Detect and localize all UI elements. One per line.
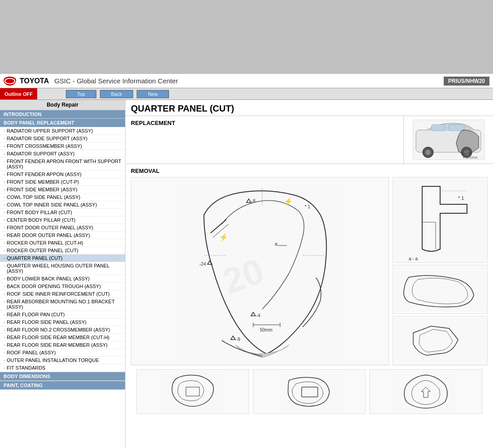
svg-text:* 1: * 1: [305, 204, 311, 209]
sidebar-section-paint-coating[interactable]: PAINT, COATING: [0, 381, 125, 390]
outline-button[interactable]: Outline OFF: [0, 88, 37, 99]
sidebar: Body Repair INTRODUCTION BODY PANEL REPL…: [0, 100, 125, 448]
svg-text:⚡: ⚡: [284, 197, 293, 206]
toyota-logo-icon: [4, 77, 16, 86]
sidebar-item-front-door-outer[interactable]: ·FRONT DOOR OUTER PANEL (ASSY): [0, 224, 125, 232]
bottom-diagram-1: [136, 369, 249, 414]
side-diagram-lower-top: [393, 265, 488, 314]
sidebar-item-outer-panel-torque[interactable]: ·OUTER PANEL INSTALLATION TORQUE: [0, 357, 125, 364]
page-title: QUARTER PANEL (CUT): [131, 103, 488, 114]
sidebar-item-front-fender-appon[interactable]: ·FRONT FENDER APPON (ASSY): [0, 171, 125, 178]
sidebar-item-front-side-member-assy[interactable]: ·FRONT SIDE MEMBER (ASSY): [0, 186, 125, 194]
gsic-title: GSIC - Global Service Information Center: [54, 77, 178, 85]
sidebar-item-rear-floor-no2[interactable]: ·REAR FLOOR NO.2 CROSSMEMBER (ASSY): [0, 326, 125, 334]
sidebar-item-cowl-top-inner[interactable]: ·COWL TOP INNER SIDE PANEL (ASSY): [0, 201, 125, 209]
side-diagram-lower-top-svg: [395, 268, 485, 311]
content-area: Body Repair INTRODUCTION BODY PANEL REPL…: [0, 100, 493, 448]
logo-oval: [4, 78, 15, 84]
side-diagram-lower-bottom: [393, 316, 488, 365]
diagram-area: -8 -24 -4: [131, 177, 488, 365]
sidebar-item-rear-floor-side[interactable]: ·REAR FLOOR SIDE PANEL (ASSY): [0, 319, 125, 326]
bottom-diagram-2: [253, 369, 366, 414]
sidebar-item-roof-panel[interactable]: ·ROOF PANEL (ASSY): [0, 349, 125, 357]
sidebar-section-introduction[interactable]: INTRODUCTION: [0, 110, 125, 119]
main-content: QUARTER PANEL (CUT) REPLACEMENT: [125, 100, 493, 448]
sidebar-item-radiator-upper[interactable]: ·RADIATOR UPPER SUPPORT (ASSY): [0, 127, 125, 135]
thumbnail-fig-label: F16166A: [463, 155, 478, 159]
car-thumbnail-svg: F16166A: [414, 121, 483, 159]
replacement-left: REPLACEMENT: [125, 116, 403, 164]
main-diagram-svg: -8 -24 -4: [177, 179, 343, 363]
main-diagram: -8 -24 -4: [131, 177, 389, 365]
sidebar-item-rear-floor-side-rear-cut[interactable]: ·REAR FLOOR SIDE REAR MEMBER (CUT-H): [0, 334, 125, 341]
replacement-right: F16166A: [403, 116, 493, 164]
sidebar-item-front-fender-apron[interactable]: ·FRONT FENDER APRON FRONT WITH SUPPORT (…: [0, 158, 125, 171]
svg-text:⚡: ⚡: [219, 233, 228, 241]
side-diagrams: * 1 a - a: [389, 177, 488, 365]
car-thumbnail: F16166A: [413, 120, 484, 160]
side-diagram-upper-svg: * 1 a - a: [395, 177, 485, 263]
bottom-diagram-2-svg: [280, 371, 338, 412]
top-button[interactable]: Top: [66, 90, 96, 98]
svg-rect-2: [449, 125, 464, 131]
new-button[interactable]: New: [137, 90, 169, 98]
sidebar-title: Body Repair: [0, 100, 125, 110]
sidebar-item-front-body-pillar[interactable]: ·FRONT BODY PILLAR (CUT): [0, 209, 125, 216]
svg-text:50mm: 50mm: [260, 327, 272, 332]
sidebar-item-radiator-side[interactable]: ·RADIATOR SIDE SUPPORT (ASSY): [0, 135, 125, 142]
svg-text:a: a: [275, 241, 278, 246]
side-diagram-upper: * 1 a - a: [393, 177, 488, 263]
bottom-diagrams: [131, 365, 488, 418]
sidebar-section-body-dimensions[interactable]: BODY DIMENSIONS: [0, 372, 125, 381]
removal-label: REMOVAL: [131, 168, 488, 174]
svg-rect-36: [395, 319, 485, 362]
sidebar-item-rear-absorber[interactable]: ·REAR ABSORBER MOUNTING NO.1 BRACKET (AS…: [0, 298, 125, 311]
bottom-diagram-3: [369, 369, 482, 414]
sidebar-item-rear-floor-side-rear-assy[interactable]: ·REAR FLOOR SIDE REAR MEMBER (ASSY): [0, 341, 125, 349]
removal-section: REMOVAL: [125, 164, 493, 421]
model-badge: PRIUS/NHW20: [444, 77, 489, 86]
sidebar-item-rear-floor-pan[interactable]: ·REAR FLOOR PAN (CUT): [0, 311, 125, 319]
sidebar-item-rear-door-outer[interactable]: ·REAR DOOR OUTER PANEL (ASSY): [0, 232, 125, 239]
svg-text:a - a: a - a: [409, 256, 418, 261]
svg-point-4: [425, 150, 431, 155]
sidebar-nav: INTRODUCTION BODY PANEL REPLACEMENT ·RAD…: [0, 110, 125, 448]
bottom-diagram-1-svg: [164, 371, 222, 412]
sidebar-item-roof-side-inner[interactable]: ·ROOF SIDE INNER REINFORCEMENT (CUT): [0, 290, 125, 298]
bottom-diagram-3-svg: [397, 371, 455, 412]
back-button[interactable]: Back: [100, 90, 133, 98]
sidebar-item-rocker-outer-cut-h[interactable]: ·ROCKER OUTER PANEL (CUT-H): [0, 239, 125, 247]
sidebar-item-fit-standards[interactable]: ·FIT STANDARDS: [0, 364, 125, 372]
sidebar-section-body-panel[interactable]: BODY PANEL REPLACEMENT: [0, 119, 125, 127]
replacement-label: REPLACEMENT: [131, 120, 398, 126]
sidebar-item-quarter-panel[interactable]: ·QUARTER PANEL (CUT): [0, 254, 125, 262]
svg-text:* 1: * 1: [458, 195, 464, 201]
sidebar-item-back-door-opening[interactable]: ·BACK DOOR OPENING TROUGH (ASSY): [0, 283, 125, 290]
replacement-section: REPLACEMENT: [125, 116, 493, 164]
svg-text:-8: -8: [251, 198, 255, 203]
sidebar-item-front-side-member-cut[interactable]: ·FRONT SIDE MEMBER (CUT-P): [0, 178, 125, 186]
svg-text:-9: -9: [236, 337, 240, 342]
toyota-logo: TOYOTA: [4, 77, 49, 86]
sidebar-item-cowl-top-side[interactable]: ·COWL TOP SIDE PANEL (ASSY): [0, 194, 125, 201]
nav-bar: Outline OFF Top Back New: [0, 88, 493, 100]
sidebar-item-radiator-support[interactable]: ·RADIATOR SUPPORT (ASSY): [0, 150, 125, 158]
sidebar-item-body-lower-back[interactable]: ·BODY LOWER BACK PANEL (ASSY): [0, 275, 125, 283]
sidebar-item-rocker-outer-cut[interactable]: ·ROCKER OUTER PANEL (CUT): [0, 247, 125, 254]
svg-rect-1: [432, 125, 445, 131]
side-diagram-lower-bottom-svg: [395, 319, 485, 362]
sidebar-item-center-body-pillar[interactable]: ·CENTER BODY PILLAR (CUT): [0, 216, 125, 224]
svg-rect-40: [397, 371, 455, 412]
sidebar-item-front-crossmember[interactable]: ·FRONT CROSSMEMBER (ASSY): [0, 142, 125, 150]
sidebar-item-quarter-wheel-housing[interactable]: ·QUARTER WHEEL HOUSING OUTER PANEL (ASSY…: [0, 262, 125, 275]
header: TOYOTA GSIC - Global Service Information…: [0, 74, 493, 88]
page-title-bar: QUARTER PANEL (CUT): [125, 100, 493, 116]
svg-text:-4: -4: [256, 313, 260, 318]
toyota-text: TOYOTA: [20, 77, 49, 85]
svg-text:-24: -24: [199, 262, 206, 267]
